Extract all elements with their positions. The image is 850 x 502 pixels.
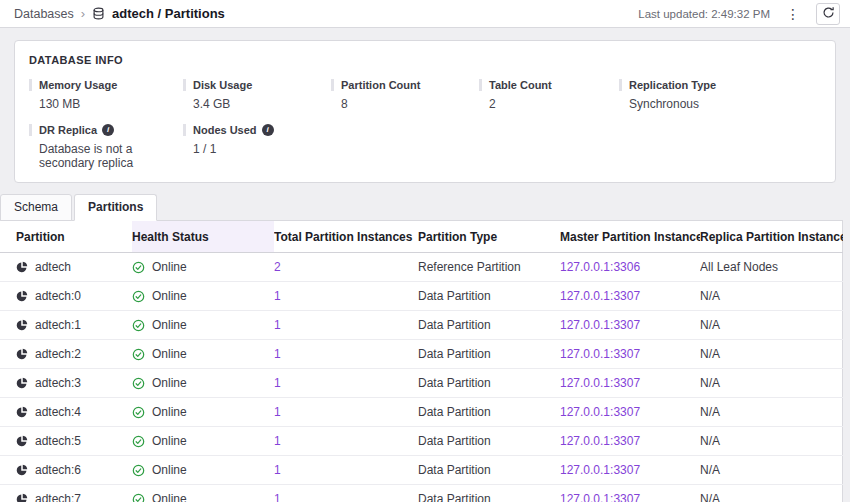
partition-type-text: Data Partition [418, 289, 491, 303]
master-instance-link[interactable]: 127.0.0.1:3307 [560, 347, 640, 361]
partition-name: adtech:6 [35, 463, 81, 477]
replica-instance-text: N/A [700, 376, 720, 390]
total-instances-link[interactable]: 1 [274, 318, 281, 332]
partition-name: adtech:5 [35, 434, 81, 448]
replica-instance-text: N/A [700, 318, 720, 332]
master-instance-link[interactable]: 127.0.0.1:3307 [560, 376, 640, 390]
total-instances-link[interactable]: 2 [274, 260, 281, 274]
metric-value: 8 [331, 97, 469, 111]
metric-label: Partition Count [331, 79, 469, 91]
tab-partitions[interactable]: Partitions [74, 194, 157, 221]
column-header-master-instance[interactable]: Master Partition Instance ... [560, 221, 700, 253]
metric-value: 1 / 1 [183, 142, 321, 156]
partition-name: adtech:1 [35, 318, 81, 332]
total-instances-link[interactable]: 1 [274, 289, 281, 303]
metric-label: Nodes Used [183, 124, 321, 136]
metric-label: Disk Usage [183, 79, 321, 91]
master-instance-link[interactable]: 127.0.0.1:3307 [560, 405, 640, 419]
master-instance-link[interactable]: 127.0.0.1:3307 [560, 434, 640, 448]
column-header-partition[interactable]: Partition [0, 221, 132, 253]
online-check-icon [132, 348, 145, 361]
online-check-icon [132, 319, 145, 332]
online-check-icon [132, 377, 145, 390]
metric-label: Table Count [479, 79, 609, 91]
replica-instance-text: N/A [700, 289, 720, 303]
column-header-health-status[interactable]: Health Status [132, 221, 274, 253]
metric-label: Replication Type [619, 79, 811, 91]
table-row: adtech:0 Online 1 Data Partition 127.0.0… [0, 282, 843, 311]
metric-label-text: Nodes Used [193, 124, 257, 136]
health-status-text: Online [152, 289, 187, 303]
metric-dr-replica: DR Replica Database is not a secondary r… [29, 124, 183, 170]
refresh-button[interactable] [816, 3, 840, 25]
partition-name: adtech:7 [35, 492, 81, 502]
table-row: adtech:3 Online 1 Data Partition 127.0.0… [0, 369, 843, 398]
metric-disk-usage: Disk Usage 3.4 GB [183, 79, 331, 111]
partition-pie-icon [16, 377, 28, 389]
breadcrumb: Databases › adtech / Partitions [14, 6, 225, 21]
health-status-text: Online [152, 318, 187, 332]
partitions-table: Partition Health Status Total Partition … [0, 220, 843, 502]
partition-pie-icon [16, 290, 28, 302]
kebab-menu-icon[interactable]: ⋮ [780, 5, 806, 23]
master-instance-link[interactable]: 127.0.0.1:3307 [560, 318, 640, 332]
table-row: adtech:4 Online 1 Data Partition 127.0.0… [0, 398, 843, 427]
database-icon [92, 7, 105, 20]
health-status-text: Online [152, 376, 187, 390]
replica-instance-text: N/A [700, 492, 720, 502]
replica-instance-text: N/A [700, 405, 720, 419]
online-check-icon [132, 464, 145, 477]
column-header-replica-instance[interactable]: Replica Partition Instance ... [700, 221, 843, 253]
partition-name: adtech:3 [35, 376, 81, 390]
metric-value: 3.4 GB [183, 97, 321, 111]
online-check-icon [132, 435, 145, 448]
replica-instance-text: N/A [700, 463, 720, 477]
page-title: adtech / Partitions [112, 6, 225, 21]
tab-schema[interactable]: Schema [0, 194, 72, 221]
column-header-partition-type[interactable]: Partition Type [418, 221, 560, 253]
column-header-total-instances[interactable]: Total Partition Instances [274, 221, 418, 253]
partition-type-text: Reference Partition [418, 260, 521, 274]
metric-value: 130 MB [29, 97, 173, 111]
master-instance-link[interactable]: 127.0.0.1:3307 [560, 289, 640, 303]
table-row: adtech Online 2 Reference Partition 127.… [0, 253, 843, 282]
breadcrumb-separator: › [81, 6, 85, 21]
partition-pie-icon [16, 493, 28, 502]
partition-name: adtech:0 [35, 289, 81, 303]
partition-type-text: Data Partition [418, 463, 491, 477]
health-status-text: Online [152, 463, 187, 477]
total-instances-link[interactable]: 1 [274, 405, 281, 419]
health-status-text: Online [152, 492, 187, 502]
metrics-row-2: DR Replica Database is not a secondary r… [29, 124, 821, 170]
metric-value: 2 [479, 97, 609, 111]
total-instances-link[interactable]: 1 [274, 376, 281, 390]
master-instance-link[interactable]: 127.0.0.1:3307 [560, 492, 640, 502]
partition-type-text: Data Partition [418, 318, 491, 332]
replica-instance-text: N/A [700, 434, 720, 448]
partition-pie-icon [16, 319, 28, 331]
partition-type-text: Data Partition [418, 405, 491, 419]
partitions-table-body: adtech Online 2 Reference Partition 127.… [0, 253, 843, 502]
metric-label: DR Replica [29, 124, 173, 136]
total-instances-link[interactable]: 1 [274, 434, 281, 448]
total-instances-link[interactable]: 1 [274, 463, 281, 477]
partition-type-text: Data Partition [418, 492, 491, 502]
last-updated-label: Last updated: 2:49:32 PM [638, 8, 770, 20]
total-instances-link[interactable]: 1 [274, 492, 281, 502]
master-instance-link[interactable]: 127.0.0.1:3306 [560, 260, 640, 274]
breadcrumb-databases-link[interactable]: Databases [14, 7, 74, 21]
health-status-text: Online [152, 347, 187, 361]
table-row: adtech:5 Online 1 Data Partition 127.0.0… [0, 427, 843, 456]
info-icon[interactable] [262, 124, 274, 136]
partition-pie-icon [16, 435, 28, 447]
table-row: adtech:7 Online 1 Data Partition 127.0.0… [0, 485, 843, 502]
table-row: adtech:2 Online 1 Data Partition 127.0.0… [0, 340, 843, 369]
top-bar: Databases › adtech / Partitions Last upd… [0, 0, 850, 28]
master-instance-link[interactable]: 127.0.0.1:3307 [560, 463, 640, 477]
partition-name: adtech:4 [35, 405, 81, 419]
info-icon[interactable] [102, 124, 114, 136]
total-instances-link[interactable]: 1 [274, 347, 281, 361]
tab-bar: Schema Partitions [0, 194, 850, 221]
metric-nodes-used: Nodes Used 1 / 1 [183, 124, 331, 170]
online-check-icon [132, 290, 145, 303]
